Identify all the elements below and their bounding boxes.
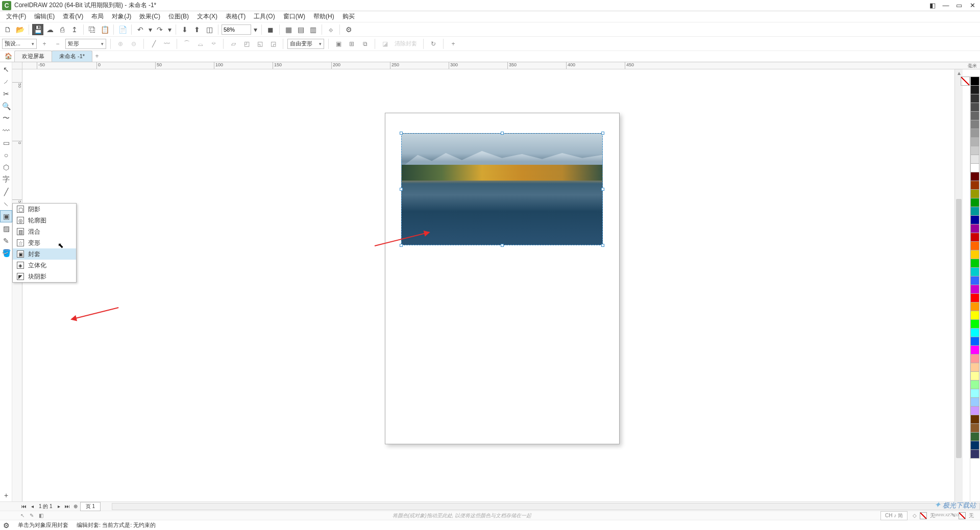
line-tool-icon[interactable]: ╱ [148, 38, 159, 49]
remove-preset-button[interactable]: − [52, 38, 63, 49]
color-swatch[interactable] [970, 120, 979, 129]
selection-handle-br[interactable] [601, 244, 604, 247]
color-swatch[interactable] [970, 415, 979, 424]
color-swatch[interactable] [970, 423, 979, 433]
tab-home-icon[interactable]: 🏠 [2, 51, 14, 62]
scroll-up-icon[interactable]: ▴ [955, 69, 963, 77]
preset-combo[interactable]: 预设... [2, 39, 37, 49]
menu-window[interactable]: 窗口(W) [279, 11, 309, 22]
last-page-button[interactable]: ⏭ [64, 503, 71, 510]
color-swatch[interactable] [970, 241, 979, 250]
add-preset-button[interactable]: + [39, 38, 50, 49]
export-image-button[interactable]: ⬆ [191, 24, 203, 35]
color-swatch[interactable] [970, 432, 979, 441]
flyout-block-shadow[interactable]: ◤块阴影 [13, 271, 76, 282]
color-swatch[interactable] [970, 441, 979, 450]
straight-line-mode-icon[interactable]: ▱ [228, 38, 239, 49]
flyout-extrude[interactable]: ◈立体化 [13, 260, 76, 271]
color-swatch[interactable] [970, 406, 979, 415]
horizontal-scrollbar[interactable] [112, 503, 980, 510]
text-tool[interactable]: 字 [0, 173, 12, 186]
double-arc-mode-icon[interactable]: ◱ [254, 38, 265, 49]
color-swatch[interactable] [970, 302, 979, 311]
tab-document[interactable]: 未命名 -1* [52, 51, 92, 62]
color-swatch[interactable] [970, 103, 979, 112]
color-swatch[interactable] [970, 207, 979, 216]
shape-combo[interactable]: 矩形 [65, 39, 106, 49]
color-swatch[interactable] [970, 181, 979, 190]
guidelines-button[interactable]: ▥ [307, 24, 318, 35]
selection-handle-tc[interactable] [501, 132, 504, 135]
new-button[interactable]: 🗋 [2, 24, 13, 35]
menu-object[interactable]: 对象(J) [108, 11, 135, 22]
menu-tools[interactable]: 工具(O) [250, 11, 279, 22]
color-swatch[interactable] [970, 233, 979, 242]
color-swatch[interactable] [970, 85, 979, 94]
flyout-envelope[interactable]: ▣封套 [13, 248, 76, 260]
refresh-icon[interactable]: ↻ [428, 38, 439, 49]
selection-handle-bl[interactable] [400, 244, 403, 247]
menu-file[interactable]: 文件(F) [2, 11, 30, 22]
color-swatch[interactable] [970, 198, 979, 207]
connector-tool[interactable]: ⟍ [0, 198, 12, 210]
clipboard-button[interactable]: 📄 [117, 24, 128, 35]
ruler-corner[interactable] [12, 62, 22, 69]
color-swatch[interactable] [970, 172, 979, 181]
no-fill-swatch[interactable] [961, 77, 970, 86]
color-swatch[interactable] [970, 267, 979, 276]
rulers-button[interactable]: ▦ [283, 24, 294, 35]
polygon-tool[interactable]: ⬡ [0, 161, 12, 173]
scrollbar-thumb[interactable] [956, 199, 962, 458]
shape-tool[interactable]: ⟋ [0, 75, 12, 88]
color-swatch[interactable] [970, 215, 979, 224]
node-remove-button[interactable]: ⊖ [128, 38, 139, 49]
ellipse-tool[interactable]: ○ [0, 149, 12, 161]
color-swatch[interactable] [970, 363, 979, 372]
artistic-media-tool[interactable]: 〰 [0, 124, 12, 137]
maximize-button[interactable]: ▭ [954, 1, 964, 10]
color-swatch[interactable] [970, 111, 979, 120]
create-from-icon[interactable]: ◪ [379, 38, 390, 49]
full-screen-button[interactable]: ◼ [265, 24, 276, 35]
curve-tool-icon[interactable]: 〰 [161, 38, 173, 49]
save-button[interactable]: 💾 [32, 24, 43, 35]
flyout-contour[interactable]: ◎轮廓图 [13, 215, 76, 226]
fill-tool[interactable]: 🪣 [0, 247, 12, 259]
selection-handle-lc[interactable] [400, 188, 403, 191]
zoom-tool[interactable]: 🔍 [0, 100, 12, 112]
import-button[interactable]: ⬇ [179, 24, 190, 35]
keep-lines-icon[interactable]: ▣ [333, 38, 344, 49]
menu-effect[interactable]: 效果(C) [135, 11, 164, 22]
color-swatch[interactable] [970, 371, 979, 381]
parallel-dimension-tool[interactable]: ╱ [0, 186, 12, 198]
color-swatch[interactable] [970, 319, 979, 329]
undo-dropdown[interactable]: ▾ [147, 24, 153, 35]
add-new-icon[interactable]: ⊞ [346, 38, 357, 49]
copy-button[interactable]: ⿻ [87, 24, 98, 35]
color-swatch[interactable] [970, 146, 979, 155]
color-swatch[interactable] [970, 250, 979, 259]
copy-envelope-icon[interactable]: ⧉ [359, 38, 371, 49]
vertical-ruler[interactable]: 50 0 50 [12, 69, 22, 501]
redo-button[interactable]: ↷ [154, 24, 165, 35]
undo-button[interactable]: ↶ [135, 24, 146, 35]
color-swatch[interactable] [970, 397, 979, 407]
next-page-button[interactable]: ▸ [56, 503, 63, 510]
color-swatch[interactable] [970, 285, 979, 294]
node-add-button[interactable]: ⊕ [115, 38, 126, 49]
publish-button[interactable]: ◫ [204, 24, 215, 35]
menu-layout[interactable]: 布局 [87, 11, 108, 22]
tab-new-button[interactable]: + [92, 51, 102, 62]
flyout-distort[interactable]: ☆变形 [13, 237, 76, 248]
flyout-blend[interactable]: ▥混合 [13, 226, 76, 237]
snap-button[interactable]: ⟐ [325, 24, 336, 35]
color-swatch[interactable] [970, 345, 979, 355]
eyedropper-tool[interactable]: ✎ [0, 235, 12, 247]
rectangle-tool[interactable]: ▭ [0, 137, 12, 149]
color-swatch[interactable] [970, 94, 979, 103]
grid-button[interactable]: ▤ [295, 24, 306, 35]
add-page-button[interactable]: ⊕ [72, 503, 79, 510]
minimize-button[interactable]: — [941, 1, 950, 10]
smooth-node-icon[interactable]: ⌓ [194, 38, 206, 49]
color-swatch[interactable] [970, 259, 979, 268]
